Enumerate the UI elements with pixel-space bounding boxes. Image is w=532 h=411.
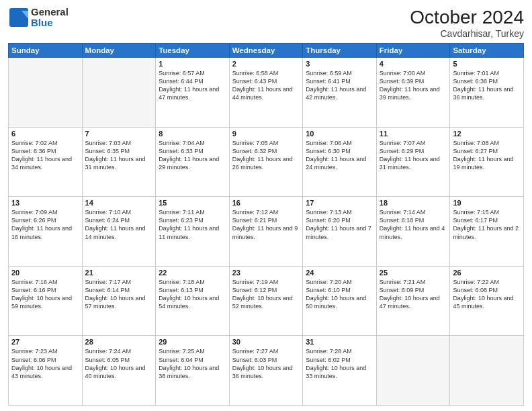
day-number: 6	[11, 130, 79, 138]
cell-text: Sunrise: 6:57 AMSunset: 6:44 PMDaylight:…	[159, 70, 219, 101]
title-block: October 2024 Cavdarhisar, Turkey	[410, 7, 524, 39]
table-row	[82, 58, 156, 128]
cell-text: Sunrise: 7:15 AMSunset: 6:17 PMDaylight:…	[453, 209, 519, 240]
header-monday: Monday	[82, 44, 156, 58]
logo-blue: Blue	[31, 17, 69, 28]
cell-text: Sunrise: 7:21 AMSunset: 6:09 PMDaylight:…	[380, 279, 440, 310]
day-number: 10	[306, 130, 373, 138]
cell-text: Sunrise: 6:58 AMSunset: 6:43 PMDaylight:…	[232, 70, 293, 101]
cell-text: Sunrise: 7:28 AMSunset: 6:02 PMDaylight:…	[306, 348, 366, 379]
table-row: 17Sunrise: 7:13 AMSunset: 6:20 PMDayligh…	[303, 197, 377, 267]
table-row: 8Sunrise: 7:04 AMSunset: 6:33 PMDaylight…	[156, 127, 230, 197]
table-row: 21Sunrise: 7:17 AMSunset: 6:14 PMDayligh…	[82, 266, 156, 336]
cell-text: Sunrise: 7:09 AMSunset: 6:26 PMDaylight:…	[11, 209, 72, 240]
cell-text: Sunrise: 7:05 AMSunset: 6:32 PMDaylight:…	[232, 140, 293, 171]
main-container: General Blue October 2024 Cavdarhisar, T…	[0, 0, 532, 411]
table-row: 4Sunrise: 7:00 AMSunset: 6:39 PMDaylight…	[376, 58, 450, 128]
month-title: October 2024	[410, 7, 524, 28]
day-number: 23	[232, 269, 300, 277]
cell-text: Sunrise: 7:02 AMSunset: 6:36 PMDaylight:…	[11, 140, 72, 171]
table-row: 11Sunrise: 7:07 AMSunset: 6:29 PMDayligh…	[376, 127, 450, 197]
day-number: 25	[380, 269, 447, 277]
logo-general: General	[31, 7, 69, 17]
day-number: 5	[453, 60, 521, 68]
cell-text: Sunrise: 7:00 AMSunset: 6:39 PMDaylight:…	[380, 70, 440, 101]
calendar-week-row: 27Sunrise: 7:23 AMSunset: 6:06 PMDayligh…	[9, 336, 524, 406]
cell-text: Sunrise: 7:16 AMSunset: 6:16 PMDaylight:…	[11, 279, 72, 310]
table-row: 2Sunrise: 6:58 AMSunset: 6:43 PMDaylight…	[229, 58, 303, 128]
day-number: 30	[232, 338, 300, 346]
calendar-week-row: 20Sunrise: 7:16 AMSunset: 6:16 PMDayligh…	[9, 266, 524, 336]
table-row: 26Sunrise: 7:22 AMSunset: 6:08 PMDayligh…	[450, 266, 524, 336]
table-row: 1Sunrise: 6:57 AMSunset: 6:44 PMDaylight…	[156, 58, 230, 128]
day-number: 16	[232, 199, 300, 207]
cell-text: Sunrise: 7:11 AMSunset: 6:23 PMDaylight:…	[159, 209, 219, 240]
table-row: 9Sunrise: 7:05 AMSunset: 6:32 PMDaylight…	[229, 127, 303, 197]
day-number: 14	[85, 199, 153, 207]
header-friday: Friday	[376, 44, 450, 58]
header-sunday: Sunday	[9, 44, 83, 58]
day-number: 24	[306, 269, 373, 277]
day-number: 27	[11, 338, 79, 346]
day-number: 9	[232, 130, 300, 138]
table-row	[376, 336, 450, 406]
table-row: 16Sunrise: 7:12 AMSunset: 6:21 PMDayligh…	[229, 197, 303, 267]
table-row	[450, 336, 524, 406]
day-number: 2	[232, 60, 300, 68]
table-row: 13Sunrise: 7:09 AMSunset: 6:26 PMDayligh…	[9, 197, 83, 267]
day-number: 13	[11, 199, 79, 207]
day-number: 11	[380, 130, 447, 138]
day-number: 21	[85, 269, 153, 277]
day-number: 3	[306, 60, 373, 68]
day-number: 8	[159, 130, 226, 138]
header-thursday: Thursday	[303, 44, 377, 58]
table-row: 28Sunrise: 7:24 AMSunset: 6:05 PMDayligh…	[82, 336, 156, 406]
table-row: 12Sunrise: 7:08 AMSunset: 6:27 PMDayligh…	[450, 127, 524, 197]
header: General Blue October 2024 Cavdarhisar, T…	[8, 7, 524, 39]
table-row: 14Sunrise: 7:10 AMSunset: 6:24 PMDayligh…	[82, 197, 156, 267]
calendar-table: Sunday Monday Tuesday Wednesday Thursday…	[8, 43, 524, 406]
table-row: 20Sunrise: 7:16 AMSunset: 6:16 PMDayligh…	[9, 266, 83, 336]
table-row: 15Sunrise: 7:11 AMSunset: 6:23 PMDayligh…	[156, 197, 230, 267]
table-row: 19Sunrise: 7:15 AMSunset: 6:17 PMDayligh…	[450, 197, 524, 267]
table-row: 7Sunrise: 7:03 AMSunset: 6:35 PMDaylight…	[82, 127, 156, 197]
location: Cavdarhisar, Turkey	[410, 28, 524, 39]
calendar-week-row: 6Sunrise: 7:02 AMSunset: 6:36 PMDaylight…	[9, 127, 524, 197]
day-number: 4	[380, 60, 447, 68]
day-number: 19	[453, 199, 521, 207]
day-number: 12	[453, 130, 521, 138]
table-row: 24Sunrise: 7:20 AMSunset: 6:10 PMDayligh…	[303, 266, 377, 336]
day-number: 17	[306, 199, 373, 207]
header-tuesday: Tuesday	[156, 44, 230, 58]
table-row: 27Sunrise: 7:23 AMSunset: 6:06 PMDayligh…	[9, 336, 83, 406]
cell-text: Sunrise: 7:27 AMSunset: 6:03 PMDaylight:…	[232, 348, 293, 379]
day-number: 7	[85, 130, 153, 138]
header-wednesday: Wednesday	[229, 44, 303, 58]
day-number: 15	[159, 199, 226, 207]
logo: General Blue	[8, 7, 69, 28]
table-row: 23Sunrise: 7:19 AMSunset: 6:12 PMDayligh…	[229, 266, 303, 336]
logo-icon	[8, 7, 30, 28]
day-number: 22	[159, 269, 226, 277]
table-row: 3Sunrise: 6:59 AMSunset: 6:41 PMDaylight…	[303, 58, 377, 128]
cell-text: Sunrise: 7:17 AMSunset: 6:14 PMDaylight:…	[85, 279, 146, 310]
cell-text: Sunrise: 7:22 AMSunset: 6:08 PMDaylight:…	[453, 279, 513, 310]
table-row: 30Sunrise: 7:27 AMSunset: 6:03 PMDayligh…	[229, 336, 303, 406]
table-row: 25Sunrise: 7:21 AMSunset: 6:09 PMDayligh…	[376, 266, 450, 336]
day-number: 26	[453, 269, 521, 277]
cell-text: Sunrise: 7:10 AMSunset: 6:24 PMDaylight:…	[85, 209, 146, 240]
table-row: 6Sunrise: 7:02 AMSunset: 6:36 PMDaylight…	[9, 127, 83, 197]
day-number: 18	[380, 199, 447, 207]
calendar-week-row: 13Sunrise: 7:09 AMSunset: 6:26 PMDayligh…	[9, 197, 524, 267]
table-row: 10Sunrise: 7:06 AMSunset: 6:30 PMDayligh…	[303, 127, 377, 197]
cell-text: Sunrise: 7:04 AMSunset: 6:33 PMDaylight:…	[159, 140, 219, 171]
cell-text: Sunrise: 7:13 AMSunset: 6:20 PMDaylight:…	[306, 209, 371, 240]
cell-text: Sunrise: 7:23 AMSunset: 6:06 PMDaylight:…	[11, 348, 72, 379]
weekday-header-row: Sunday Monday Tuesday Wednesday Thursday…	[9, 44, 524, 58]
cell-text: Sunrise: 6:59 AMSunset: 6:41 PMDaylight:…	[306, 70, 366, 101]
day-number: 1	[159, 60, 226, 68]
table-row: 18Sunrise: 7:14 AMSunset: 6:18 PMDayligh…	[376, 197, 450, 267]
table-row	[9, 58, 83, 128]
day-number: 31	[306, 338, 373, 346]
calendar-week-row: 1Sunrise: 6:57 AMSunset: 6:44 PMDaylight…	[9, 58, 524, 128]
